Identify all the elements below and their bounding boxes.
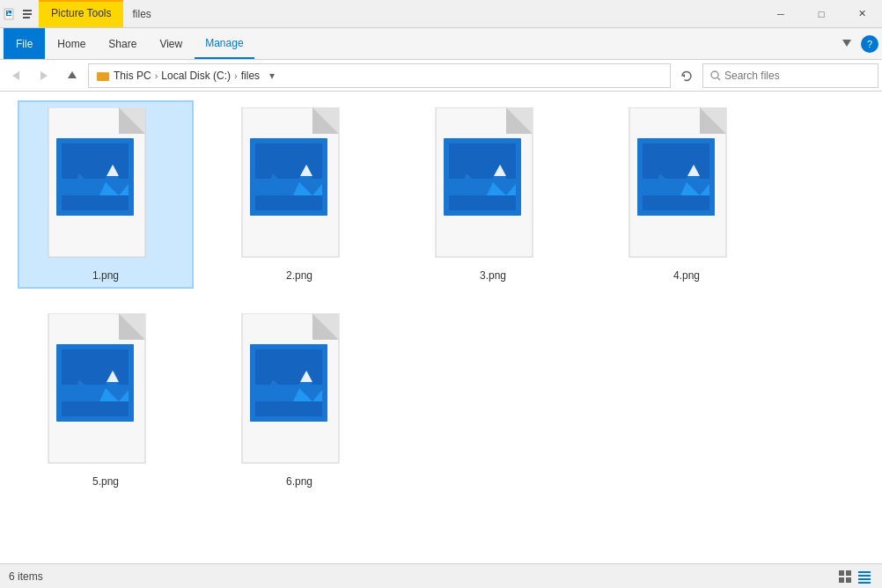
svg-rect-11 — [97, 72, 109, 81]
file-name: 4.png — [673, 269, 700, 282]
svg-rect-50 — [449, 195, 516, 210]
minimize-button[interactable]: ─ — [761, 0, 801, 28]
up-button[interactable] — [60, 63, 85, 88]
svg-rect-94 — [858, 582, 871, 584]
ribbon-tab-view[interactable]: View — [149, 28, 193, 59]
file-item[interactable]: 6.png — [211, 306, 387, 495]
svg-rect-22 — [62, 143, 129, 179]
file-item[interactable]: 2.png — [211, 100, 387, 289]
ribbon-tab-manage[interactable]: Manage — [195, 28, 254, 59]
svg-rect-46 — [449, 143, 516, 179]
file-item[interactable]: 3.png — [405, 100, 581, 289]
document-icon — [238, 107, 361, 261]
app-icon — [4, 7, 18, 21]
document-icon — [625, 107, 748, 261]
ribbon: File Home Share View Manage ? — [0, 28, 882, 60]
svg-rect-91 — [858, 571, 871, 573]
svg-rect-88 — [846, 570, 851, 576]
svg-point-3 — [7, 11, 9, 12]
document-icon — [44, 107, 167, 261]
svg-rect-92 — [858, 575, 871, 577]
large-icons-view-button[interactable] — [836, 568, 854, 585]
svg-rect-4 — [23, 10, 32, 11]
view-buttons — [836, 568, 873, 585]
svg-rect-6 — [23, 17, 30, 18]
file-name: 5.png — [92, 475, 119, 488]
svg-marker-7 — [842, 40, 851, 47]
window-controls: ─ □ ✕ — [761, 0, 882, 27]
file-item[interactable]: 5.png — [18, 306, 194, 495]
ribbon-tab-file[interactable]: File — [4, 28, 45, 59]
search-box[interactable] — [702, 63, 878, 88]
file-name: 6.png — [286, 475, 312, 488]
status-bar: 6 items — [0, 563, 882, 588]
breadcrumb-thispc: This PC — [114, 70, 151, 82]
document-icon — [44, 313, 167, 467]
close-button[interactable]: ✕ — [842, 0, 882, 28]
svg-rect-87 — [839, 570, 844, 576]
refresh-button[interactable] — [674, 63, 699, 88]
file-item[interactable]: 1.png — [18, 100, 194, 289]
forward-button[interactable] — [32, 63, 56, 88]
breadcrumb-files: files — [241, 70, 260, 82]
svg-rect-26 — [62, 195, 129, 210]
svg-rect-34 — [255, 143, 322, 179]
svg-point-13 — [711, 71, 718, 78]
file-name: 2.png — [286, 269, 312, 282]
file-item[interactable]: 4.png — [599, 100, 775, 289]
picture-tools-tab[interactable]: Picture Tools — [39, 0, 123, 27]
search-icon — [710, 70, 721, 81]
ribbon-tab-share[interactable]: Share — [98, 28, 147, 59]
maximize-button[interactable]: □ — [801, 0, 842, 28]
app-title: files — [132, 8, 151, 20]
document-icon — [431, 107, 555, 261]
back-button[interactable] — [4, 63, 28, 88]
file-name: 1.png — [92, 269, 119, 282]
svg-rect-82 — [255, 349, 322, 385]
folder-icon — [96, 69, 110, 83]
breadcrumb-localdisk: Local Disk (C:) — [161, 70, 231, 82]
svg-line-14 — [717, 77, 720, 80]
ribbon-expand-button[interactable] — [838, 35, 856, 53]
ribbon-tab-home[interactable]: Home — [47, 28, 96, 59]
svg-marker-9 — [40, 71, 48, 80]
svg-rect-93 — [858, 578, 871, 580]
svg-rect-58 — [643, 143, 709, 179]
details-view-button[interactable] — [856, 568, 873, 585]
svg-rect-90 — [846, 577, 851, 583]
svg-rect-74 — [62, 401, 129, 416]
search-input[interactable] — [724, 70, 871, 82]
svg-marker-8 — [12, 71, 19, 80]
item-count: 6 items — [9, 570, 43, 583]
svg-rect-62 — [643, 195, 709, 210]
svg-rect-38 — [255, 195, 322, 210]
quick-access-back[interactable] — [19, 8, 35, 20]
help-button[interactable]: ? — [861, 35, 878, 53]
svg-rect-89 — [839, 577, 844, 583]
svg-rect-5 — [23, 13, 32, 15]
svg-marker-10 — [68, 71, 77, 78]
title-bar: Picture Tools files ─ □ ✕ — [0, 0, 882, 28]
document-icon — [238, 313, 361, 467]
address-dropdown-button[interactable]: ▾ — [263, 63, 281, 88]
svg-rect-70 — [62, 349, 129, 385]
file-name: 3.png — [480, 269, 506, 282]
address-bar: This PC › Local Disk (C:) › files ▾ — [0, 60, 882, 92]
file-area: 1.png — [0, 92, 882, 563]
svg-rect-86 — [255, 401, 322, 416]
address-path[interactable]: This PC › Local Disk (C:) › files ▾ — [88, 63, 671, 88]
